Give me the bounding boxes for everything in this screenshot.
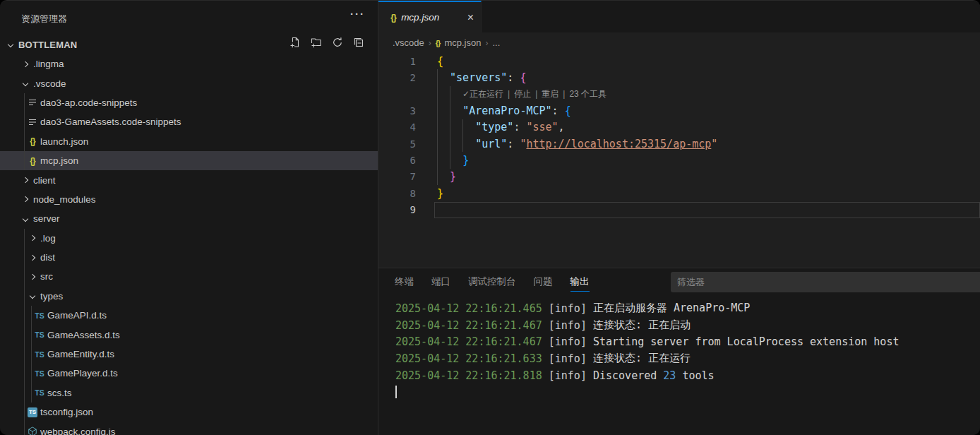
line-number: 9 bbox=[378, 204, 416, 215]
tree-item-label: mcp.json bbox=[40, 155, 78, 166]
tree-item-.vscode[interactable]: .vscode bbox=[0, 73, 378, 93]
code-line-2[interactable]: 2 "servers": { bbox=[378, 69, 980, 85]
line-number: 8 bbox=[378, 188, 416, 199]
tree-item-.log[interactable]: .log bbox=[0, 229, 378, 248]
tab-mcp-json[interactable]: {} mcp.json × bbox=[378, 1, 482, 32]
editor-group: {} mcp.json × .vscode › {} mcp.json › ..… bbox=[378, 1, 980, 268]
explorer-actions bbox=[289, 36, 365, 49]
log-timestamp: 2025-04-12 22:16:21.467 bbox=[395, 335, 549, 348]
tree-item-webpack.config.js[interactable]: webpack.config.js bbox=[0, 422, 378, 435]
panel-tab-调试控制台[interactable]: 调试控制台 bbox=[468, 268, 516, 294]
codelens-link[interactable]: 重启 bbox=[542, 88, 558, 100]
codelens-separator: | bbox=[535, 89, 537, 99]
panel-tab-问题[interactable]: 问题 bbox=[534, 268, 553, 294]
tree-item-node_modules[interactable]: node_modules bbox=[0, 190, 378, 209]
tree-item-tsconfig.json[interactable]: TStsconfig.json bbox=[0, 403, 378, 422]
line-number: 3 bbox=[378, 105, 416, 117]
explorer-sidebar: 资源管理器 ··· BOTTLEMAN .lingma.vscodedao3-a… bbox=[0, 1, 378, 435]
tree-item-label: .vscode bbox=[33, 78, 66, 89]
json-file-icon: {} bbox=[27, 136, 38, 147]
codelens-link[interactable]: 23 个工具 bbox=[569, 88, 606, 100]
tree-item-types[interactable]: types bbox=[0, 287, 378, 306]
panel-tab-输出[interactable]: 输出 bbox=[570, 268, 590, 294]
tree-item-mcp.json[interactable]: {}mcp.json bbox=[0, 151, 378, 170]
filter-input[interactable] bbox=[671, 272, 980, 292]
tree-indent-guide bbox=[24, 267, 25, 286]
breadcrumb-file[interactable]: mcp.json bbox=[444, 37, 481, 48]
breadcrumb-more[interactable]: ... bbox=[492, 37, 500, 48]
tree-item-label: GameEntity.d.ts bbox=[47, 349, 114, 359]
code-line-3[interactable]: 3 "ArenaPro-MCP": { bbox=[378, 102, 980, 119]
close-icon[interactable]: × bbox=[467, 12, 474, 23]
tree-item-label: GameAssets.d.ts bbox=[47, 330, 120, 340]
tree-item-GamePlayer.d.ts[interactable]: TSGamePlayer.d.ts bbox=[0, 364, 378, 383]
tree-indent-guide bbox=[24, 403, 25, 422]
new-file-button[interactable] bbox=[289, 36, 301, 49]
panel-tabs: 终端端口调试控制台问题输出 bbox=[395, 268, 607, 294]
vscode-window: 资源管理器 ··· BOTTLEMAN .lingma.vscodedao3-a… bbox=[0, 0, 980, 435]
typescript-file-icon: TS bbox=[34, 310, 45, 321]
more-actions-icon[interactable]: ··· bbox=[350, 8, 365, 20]
code-line-6[interactable]: 6 } bbox=[378, 152, 980, 168]
code-editor[interactable]: 1{2 "servers": {✓正在运行|停止|重启|23 个工具3 "Are… bbox=[378, 53, 980, 268]
new-folder-button[interactable] bbox=[310, 36, 323, 49]
panel-tab-终端[interactable]: 终端 bbox=[395, 268, 414, 294]
code-line-5[interactable]: 5 "url": "http://localhost:25315/ap-mcp" bbox=[378, 136, 980, 152]
tree-indent-guide bbox=[31, 364, 32, 383]
project-name: BOTTLEMAN bbox=[18, 40, 77, 50]
tree-item-label: tsconfig.json bbox=[40, 407, 93, 417]
tree-item-label: .log bbox=[40, 233, 56, 244]
tree-item-GameAPI.d.ts[interactable]: TSGameAPI.d.ts bbox=[0, 306, 378, 325]
code-line-4[interactable]: 4 "type": "sse", bbox=[378, 119, 980, 136]
json-file-icon: {} bbox=[436, 39, 441, 47]
tree-indent-guide bbox=[24, 248, 25, 267]
tree-item-GameEntity.d.ts[interactable]: TSGameEntity.d.ts bbox=[0, 345, 378, 364]
codelens-link[interactable]: 停止 bbox=[514, 88, 531, 100]
log-timestamp: 2025-04-12 22:16:21.465 bbox=[395, 302, 549, 315]
tree-item-src[interactable]: src bbox=[0, 267, 378, 286]
code-line-7[interactable]: 7 } bbox=[378, 169, 980, 185]
tree-indent-guide bbox=[24, 112, 25, 131]
line-number: 4 bbox=[378, 121, 416, 133]
tree-indent-guide bbox=[24, 151, 25, 170]
tree-indent-guide bbox=[24, 306, 25, 325]
tree-indent-guide bbox=[24, 93, 25, 112]
tree-item-server[interactable]: server bbox=[0, 209, 378, 228]
tree-item-launch.json[interactable]: {}launch.json bbox=[0, 132, 378, 151]
chevron-right-icon bbox=[20, 193, 31, 205]
json-file-icon: {} bbox=[27, 155, 38, 167]
tree-indent-guide bbox=[24, 345, 25, 364]
tree-item-GameAssets.d.ts[interactable]: TSGameAssets.d.ts bbox=[0, 325, 378, 344]
tree-item-label: GameAPI.d.ts bbox=[47, 310, 107, 321]
tree-indent-guide bbox=[31, 345, 32, 364]
log-line: 2025-04-12 22:16:21.465 [info] 正在启动服务器 A… bbox=[395, 300, 980, 317]
log-level: [info] bbox=[549, 352, 593, 365]
code-line-8[interactable]: 8} bbox=[378, 185, 980, 201]
line-number: 6 bbox=[378, 155, 416, 166]
tree-item-.lingma[interactable]: .lingma bbox=[0, 54, 378, 73]
editor-tabbar: {} mcp.json × bbox=[378, 1, 980, 32]
tree-item-scs.ts[interactable]: TSscs.ts bbox=[0, 383, 378, 403]
codelens-link[interactable]: ✓正在运行 bbox=[462, 88, 503, 100]
codelens-separator: | bbox=[508, 89, 510, 99]
tree-item-client[interactable]: client bbox=[0, 170, 378, 189]
breadcrumb-separator: › bbox=[485, 38, 488, 48]
refresh-button[interactable] bbox=[331, 36, 344, 49]
code-line-text: "type": "sse", bbox=[437, 121, 565, 133]
chevron-right-icon bbox=[27, 252, 38, 263]
code-line-9[interactable]: 9 bbox=[378, 202, 980, 218]
tree-item-dao3-GameAssets.code-snippets[interactable]: dao3-GameAssets.code-snippets bbox=[0, 112, 378, 131]
chevron-down-icon bbox=[20, 213, 31, 225]
sidebar-titlebar: 资源管理器 ··· bbox=[0, 1, 378, 35]
tree-indent-guide bbox=[31, 325, 32, 344]
tree-item-dist[interactable]: dist bbox=[0, 248, 378, 267]
code-line-1[interactable]: 1{ bbox=[378, 53, 980, 69]
breadcrumb-folder[interactable]: .vscode bbox=[393, 37, 424, 48]
tree-item-label: dao3-GameAssets.code-snippets bbox=[40, 117, 181, 127]
tree-item-dao3-ap.code-snippets[interactable]: dao3-ap.code-snippets bbox=[0, 93, 378, 112]
panel-tab-端口[interactable]: 端口 bbox=[431, 268, 450, 294]
breadcrumb: .vscode › {} mcp.json › ... bbox=[378, 32, 980, 53]
log-line: 2025-04-12 22:16:21.633 [info] 连接状态: 正在运… bbox=[395, 350, 980, 367]
collapse-all-button[interactable] bbox=[352, 36, 365, 49]
tree-item-label: server bbox=[33, 213, 60, 224]
